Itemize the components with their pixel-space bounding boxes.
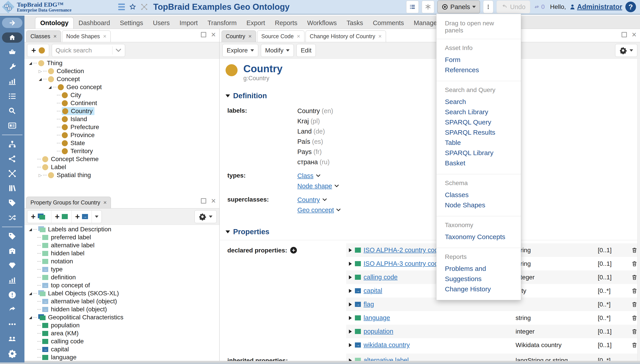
form-tab-change-history-of-country[interactable]: Change History of Country× <box>306 30 386 42</box>
definition-section-header[interactable]: Definition <box>226 92 640 100</box>
sidebar-item-hierarchy[interactable] <box>0 137 24 152</box>
expander-open-icon[interactable]: ◢ <box>37 77 43 82</box>
tree-item-city[interactable]: City <box>24 91 219 99</box>
pg-item-language[interactable]: language <box>24 353 219 361</box>
close-icon[interactable]: × <box>211 32 216 37</box>
chevron-down-icon[interactable] <box>336 208 341 212</box>
expander-open-icon[interactable]: ◢ <box>28 315 33 320</box>
dropdown-item-taxonomy-concepts[interactable]: Taxonomy Concepts <box>445 232 512 242</box>
delete-property-icon[interactable] <box>631 342 638 348</box>
tree-item-country[interactable]: Country <box>24 107 219 115</box>
sidebar-item-library[interactable] <box>0 181 24 196</box>
chevron-down-icon[interactable] <box>334 184 339 188</box>
pg-item-population[interactable]: population <box>24 321 219 329</box>
expander-closed-icon[interactable] <box>349 316 352 320</box>
expander-closed-icon[interactable] <box>349 330 352 334</box>
type-value-link[interactable]: Node shape <box>297 181 332 191</box>
tab-close-icon[interactable]: × <box>103 199 107 206</box>
tree-item-concept-scheme[interactable]: Concept Scheme <box>24 155 219 163</box>
help-button[interactable]: ? <box>625 2 636 12</box>
pg-item-alternative-label-object-[interactable]: →alternative label (object) <box>24 297 219 305</box>
tree-item-state[interactable]: State <box>24 139 219 147</box>
menu-item-tasks[interactable]: Tasks <box>342 17 368 29</box>
menu-item-reports[interactable]: Reports <box>270 17 302 29</box>
sidebar-item-tag[interactable] <box>0 196 24 210</box>
pg-item-type[interactable]: →type <box>24 265 219 273</box>
edit-button[interactable]: Edit <box>296 44 316 57</box>
property-row[interactable]: →wikidata countryWikidata country[0..1] <box>346 338 640 352</box>
property-link[interactable]: wikidata country <box>364 341 410 349</box>
sidebar-item-more[interactable] <box>0 317 24 332</box>
dropdown-item-basket[interactable]: Basket <box>445 158 512 168</box>
sidebar-item-graph[interactable] <box>0 166 24 181</box>
tab-close-icon[interactable]: × <box>248 33 252 40</box>
tab-close-icon[interactable]: × <box>378 33 382 40</box>
properties-section-header[interactable]: Properties <box>226 228 640 236</box>
property-link[interactable]: population <box>364 328 393 335</box>
expander-open-icon[interactable]: ◢ <box>28 227 33 232</box>
form-tab-source-code[interactable]: Source Code× <box>257 30 304 42</box>
expander-closed-icon[interactable]: ▷ <box>37 173 43 178</box>
add-property-group-button[interactable]: + <box>27 210 51 223</box>
superclass-value-link[interactable]: Country <box>297 195 320 205</box>
sidebar-item-gear[interactable] <box>0 346 24 361</box>
panel-settings-button[interactable] <box>194 210 217 223</box>
dropdown-item-change-history[interactable]: Change History <box>445 284 512 294</box>
more-options-button[interactable] <box>483 0 493 13</box>
panels-button[interactable]: Panels <box>437 0 480 13</box>
tree-item-continent[interactable]: Continent <box>24 99 219 107</box>
property-link[interactable]: ISO ALPHA-2 country code <box>364 246 442 254</box>
dropdown-item-sparql-results-table[interactable]: SPARQL Results Table <box>445 127 512 148</box>
expander-closed-icon[interactable] <box>349 248 352 252</box>
dropdown-item-sparql-library[interactable]: SPARQL Library <box>445 148 512 158</box>
asterisk-button[interactable] <box>422 1 434 13</box>
tree-item-concept[interactable]: ◢Concept <box>24 75 219 83</box>
delete-property-icon[interactable] <box>631 301 638 308</box>
property-row[interactable]: populationinteger[0..1] <box>346 325 640 338</box>
menu-item-dashboard[interactable]: Dashboard <box>74 17 115 29</box>
close-icon[interactable]: × <box>211 198 216 204</box>
tree-item-geo-concept[interactable]: ◢Geo concept <box>24 83 219 91</box>
add-property-button[interactable]: + <box>290 247 297 254</box>
modify-button[interactable]: Modify <box>261 44 294 57</box>
expander-open-icon[interactable]: ◢ <box>28 291 33 296</box>
property-link[interactable]: flag <box>364 301 374 308</box>
pg-item-hidden-label-object-[interactable]: →hidden label (object) <box>24 305 219 313</box>
dropdown-item-search-library[interactable]: Search Library <box>445 107 512 117</box>
property-link[interactable]: calling code <box>364 274 398 281</box>
delete-property-icon[interactable] <box>631 260 638 267</box>
quick-search-input[interactable]: Quick search <box>52 44 125 57</box>
maximize-icon[interactable] <box>201 198 206 204</box>
tree-item-label[interactable]: Label <box>24 163 219 171</box>
dropdown-item-search[interactable]: Search <box>445 97 512 107</box>
favorite-star-icon[interactable] <box>129 3 136 11</box>
pg-item-labels-and-description[interactable]: ◢Labels and Description <box>24 225 219 233</box>
dropdown-item-references[interactable]: References <box>445 65 512 75</box>
tree-item-territory[interactable]: Territory <box>24 147 219 155</box>
classes-tab-classes[interactable]: Classes× <box>26 30 61 42</box>
sidebar-item-bar-chart[interactable] <box>0 273 24 288</box>
expander-closed-icon[interactable]: ▷ <box>37 69 43 74</box>
tree-item-prefecture[interactable]: Prefecture <box>24 123 219 131</box>
list-view-button[interactable] <box>406 1 419 13</box>
type-value-link[interactable]: Class <box>297 171 314 181</box>
expander-closed-icon[interactable] <box>349 262 352 266</box>
maximize-icon[interactable] <box>622 32 627 37</box>
sidebar-item-id-card[interactable] <box>0 118 24 133</box>
tree-item-province[interactable]: Province <box>24 131 219 139</box>
menu-item-export[interactable]: Export <box>242 17 270 29</box>
property-link[interactable]: ISO ALPHA-3 country code <box>364 260 442 267</box>
expander-open-icon[interactable]: ◢ <box>28 61 33 66</box>
dropdown-item-node-shapes[interactable]: Node Shapes <box>445 200 512 210</box>
property-row[interactable]: languagestring[0..*] <box>346 311 640 325</box>
sidebar-item-alert[interactable] <box>0 288 24 302</box>
menu-item-comments[interactable]: Comments <box>368 17 409 29</box>
sidebar-item-home[interactable] <box>0 30 24 45</box>
pg-item-capital[interactable]: →capital <box>24 345 219 353</box>
undo-button[interactable]: Undo <box>496 0 530 13</box>
pg-item-notation[interactable]: notation <box>24 257 219 265</box>
pg-item-preferred-label[interactable]: preferred label <box>24 233 219 241</box>
delete-property-icon[interactable] <box>631 274 638 281</box>
delete-property-icon[interactable] <box>631 315 638 321</box>
tab-close-icon[interactable]: × <box>103 33 106 40</box>
